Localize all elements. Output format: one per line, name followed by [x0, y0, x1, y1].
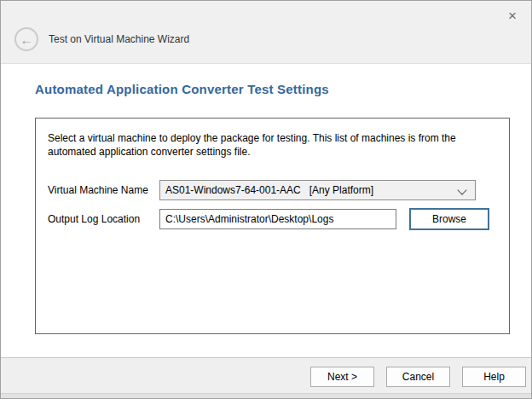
log-location-input[interactable]	[159, 209, 396, 229]
close-icon: ×	[508, 9, 517, 23]
next-button[interactable]: Next >	[310, 367, 374, 387]
help-button-label: Help	[483, 371, 505, 383]
cancel-button-label: Cancel	[402, 371, 434, 383]
log-location-label: Output Log Location	[48, 213, 140, 225]
title-bar: ← Test on Virtual Machine Wizard ×	[1, 1, 531, 64]
cancel-button[interactable]: Cancel	[386, 367, 450, 387]
vm-name-value: AS01-Windows7-64-001-AAC [Any Platform]	[165, 184, 373, 196]
back-button[interactable]: ←	[14, 27, 38, 51]
vm-name-dropdown[interactable]: AS01-Windows7-64-001-AAC [Any Platform]	[159, 180, 476, 200]
description-text: Select a virtual machine to deploy the p…	[48, 131, 498, 159]
vm-name-label: Virtual Machine Name	[48, 184, 148, 196]
back-arrow-icon: ←	[20, 33, 33, 46]
close-button[interactable]: ×	[500, 4, 524, 26]
wizard-dialog: ← Test on Virtual Machine Wizard × Autom…	[0, 0, 532, 399]
wizard-title: Test on Virtual Machine Wizard	[49, 33, 189, 45]
settings-group-box: Select a virtual machine to deploy the p…	[35, 118, 510, 334]
browse-button[interactable]: Browse	[409, 208, 489, 230]
help-button[interactable]: Help	[462, 367, 526, 387]
browse-button-label: Browse	[432, 213, 466, 225]
next-button-label: Next >	[327, 371, 357, 383]
chevron-down-icon	[457, 185, 466, 194]
button-bar: Next > Cancel Help	[1, 357, 531, 398]
window-bottom-edge	[1, 393, 531, 398]
page-title: Automated Application Converter Test Set…	[35, 82, 329, 96]
